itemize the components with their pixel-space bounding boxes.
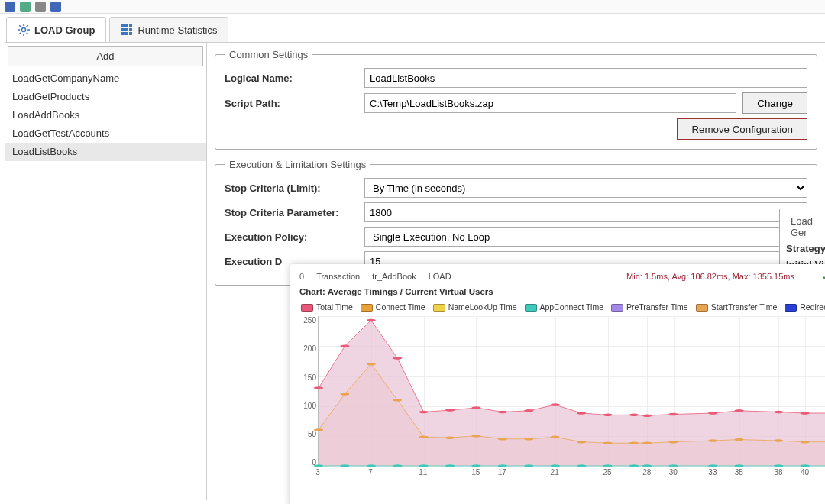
legend-swatch — [433, 304, 445, 312]
svg-point-35 — [445, 437, 455, 440]
script-item[interactable]: LoadGetCompanyName — [5, 69, 206, 88]
svg-point-21 — [603, 414, 612, 417]
top-toolbar — [0, 0, 825, 14]
x-axis: 37111517212528303335384042 — [318, 468, 825, 480]
chart-stats: Min: 1.5ms, Avg: 106.82ms, Max: 1355.15m… — [626, 272, 794, 281]
svg-point-68 — [801, 464, 810, 467]
svg-point-45 — [708, 440, 717, 443]
legend-item: Total Time — [301, 302, 353, 312]
svg-point-39 — [551, 436, 560, 439]
svg-rect-8 — [125, 32, 128, 35]
svg-point-67 — [774, 464, 783, 467]
legend-item: NameLookUp Time — [433, 302, 517, 312]
chart-load-label: LOAD — [429, 272, 451, 281]
svg-point-24 — [668, 413, 678, 416]
svg-rect-7 — [121, 32, 125, 35]
grid-icon — [121, 24, 133, 36]
svg-point-10 — [314, 387, 323, 390]
stop-criteria-limit-label: Stop Criteria (Limit): — [225, 183, 358, 194]
svg-point-0 — [22, 28, 26, 32]
svg-point-64 — [668, 464, 678, 467]
tab-load-group[interactable]: LOAD Group — [6, 17, 106, 42]
svg-point-31 — [340, 393, 349, 396]
chart-type-label: Transaction — [316, 272, 360, 281]
svg-point-26 — [735, 409, 744, 412]
svg-point-43 — [642, 442, 652, 445]
legend-item: StartTransfer Time — [696, 302, 778, 312]
svg-rect-2 — [125, 24, 128, 27]
remove-configuration-button[interactable]: Remove Configuration — [677, 118, 807, 140]
chart-panel: 0 Transaction tr_AddBook LOAD Min: 1.5ms… — [290, 264, 825, 504]
svg-point-41 — [603, 442, 612, 445]
svg-rect-6 — [129, 28, 132, 31]
svg-point-12 — [367, 319, 376, 322]
svg-point-60 — [577, 464, 586, 467]
legend-swatch — [361, 304, 373, 312]
svg-point-58 — [524, 464, 533, 467]
svg-point-25 — [708, 412, 717, 415]
svg-point-34 — [419, 436, 429, 439]
svg-point-23 — [642, 415, 652, 418]
svg-point-62 — [629, 464, 639, 467]
svg-point-48 — [801, 441, 810, 444]
logical-name-label: Logical Name: — [225, 73, 358, 84]
svg-point-38 — [524, 438, 533, 441]
svg-point-18 — [524, 409, 533, 412]
svg-point-63 — [642, 464, 652, 467]
legend-item: Connect Time — [361, 302, 425, 312]
chart-legend: Total TimeConnect TimeNameLookUp TimeApp… — [296, 299, 825, 316]
script-item[interactable]: LoadGetProducts — [5, 88, 206, 106]
chart-header: 0 Transaction tr_AddBook LOAD Min: 1.5ms… — [296, 269, 825, 287]
change-button[interactable]: Change — [742, 92, 807, 114]
script-item[interactable]: LoadAddBooks — [5, 106, 206, 124]
svg-point-17 — [498, 411, 507, 414]
legend-swatch — [696, 304, 708, 312]
svg-point-32 — [367, 363, 376, 366]
svg-point-54 — [419, 464, 429, 467]
script-path-input[interactable] — [364, 93, 736, 113]
svg-point-11 — [340, 345, 349, 348]
svg-rect-4 — [121, 28, 125, 31]
svg-point-47 — [774, 440, 783, 443]
svg-point-19 — [551, 403, 560, 406]
script-item[interactable]: LoadGetTestAccounts — [5, 124, 206, 143]
svg-point-37 — [498, 438, 507, 441]
svg-point-55 — [445, 464, 455, 467]
legend-swatch — [611, 304, 623, 312]
legend-item: AppConnect Time — [525, 302, 603, 312]
chart-body: 250200150100500 371115172125283033353840… — [296, 316, 825, 480]
gear-icon — [18, 24, 30, 36]
svg-point-14 — [419, 411, 429, 414]
script-item[interactable]: LoadListBooks — [5, 143, 206, 161]
check-icon: ✓ — [822, 270, 825, 283]
tab-runtime-statistics[interactable]: Runtime Statistics — [109, 17, 228, 42]
legend-swatch — [301, 304, 313, 312]
svg-point-22 — [629, 414, 639, 417]
logical-name-input[interactable] — [364, 68, 807, 88]
stop-criteria-param-input[interactable] — [364, 202, 807, 222]
svg-point-42 — [629, 442, 639, 445]
svg-point-50 — [314, 464, 323, 467]
execution-policy-select[interactable]: Single Execution, No Loop — [364, 227, 807, 247]
svg-point-36 — [471, 435, 480, 438]
chart-index: 0 — [299, 272, 304, 281]
script-sidebar: Add LoadGetCompanyNameLoadGetProductsLoa… — [5, 43, 207, 500]
svg-point-57 — [498, 464, 507, 467]
add-button[interactable]: Add — [8, 46, 203, 66]
svg-point-66 — [735, 464, 744, 467]
stop-criteria-limit-select[interactable]: By Time (in seconds) — [364, 178, 807, 198]
tab-label: Runtime Statistics — [138, 24, 217, 36]
tab-bar: LOAD Group Runtime Statistics — [0, 14, 825, 42]
svg-point-33 — [393, 399, 402, 402]
chart-plot — [318, 316, 825, 467]
group-legend: Common Settings — [225, 49, 312, 60]
svg-point-51 — [340, 464, 349, 467]
svg-rect-3 — [129, 24, 132, 27]
chart-title: Chart: Average Timings / Current Virtual… — [296, 287, 825, 299]
stop-criteria-param-label: Stop Criteria Parameter: — [225, 207, 358, 218]
svg-point-28 — [801, 412, 810, 415]
common-settings-group: Common Settings Logical Name: Script Pat… — [215, 49, 817, 150]
svg-point-16 — [471, 406, 480, 409]
legend-swatch — [785, 304, 797, 312]
svg-rect-5 — [125, 28, 128, 31]
